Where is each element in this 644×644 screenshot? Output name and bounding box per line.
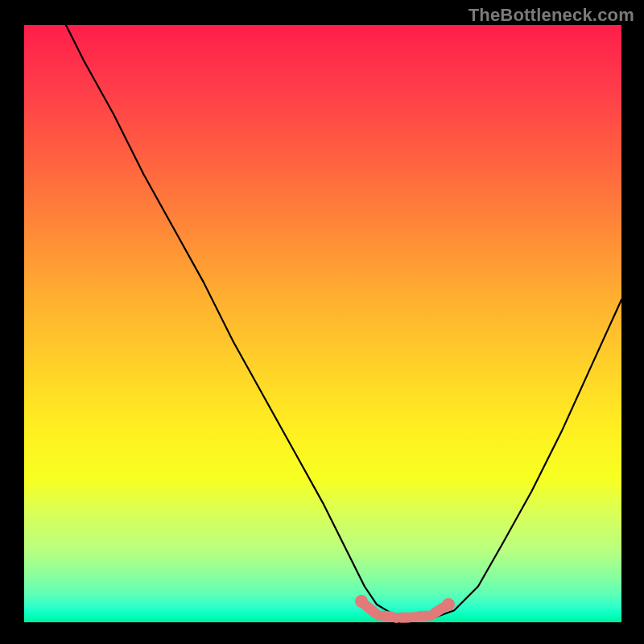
chart-frame: TheBottleneck.com <box>0 0 644 644</box>
bottleneck-curve <box>24 25 621 622</box>
watermark-text: TheBottleneck.com <box>469 5 634 26</box>
plot-area <box>24 25 621 622</box>
